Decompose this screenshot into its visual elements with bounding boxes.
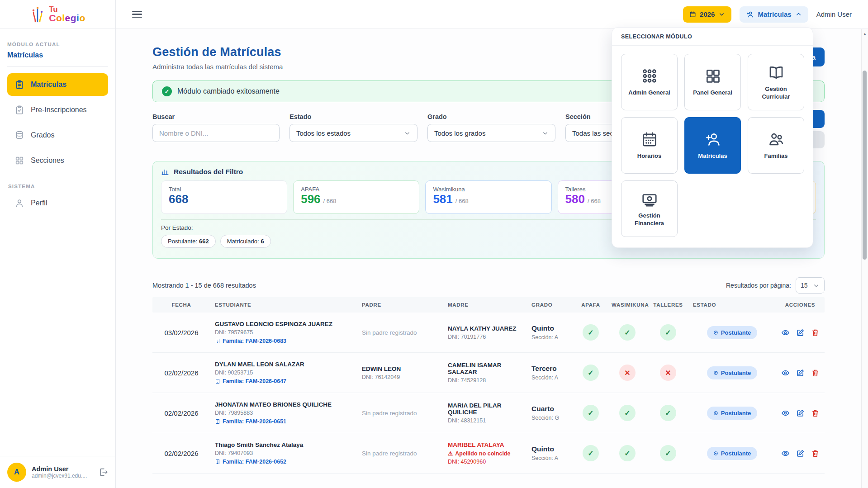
cell-acciones — [776, 369, 825, 377]
delete-icon[interactable] — [811, 449, 820, 458]
chevron-down-icon — [404, 130, 411, 137]
table-row: 03/02/2026 GUSTAVO LEONCIO ESPINOZA JUAR… — [152, 313, 825, 353]
status-dot-icon — [713, 370, 718, 375]
check-icon: ✓ — [583, 365, 599, 381]
brand-logo[interactable]: Tu Colegio — [0, 0, 115, 29]
year-selector-button[interactable]: 2026 — [683, 6, 731, 23]
cell-apafa: ✓ — [574, 445, 607, 461]
brand-word-tu: Tu — [49, 5, 58, 14]
clipboard-check-icon — [14, 105, 24, 115]
cell-acciones — [776, 449, 825, 458]
tile-horarios[interactable]: Horarios — [621, 117, 678, 174]
sidebar-item-secciones[interactable]: Secciones — [7, 149, 108, 172]
edit-icon[interactable] — [796, 328, 805, 337]
familia-link[interactable]: Familia: FAM-2026-0647 — [215, 378, 353, 384]
delete-icon[interactable] — [811, 409, 820, 417]
grado-name: Quinto — [531, 324, 570, 332]
sidebar-item-label: Grados — [31, 131, 54, 139]
card-label: Wasimikuna — [433, 186, 544, 193]
people-icon — [768, 131, 785, 148]
view-icon[interactable] — [781, 449, 790, 458]
module-dropdown: SELECCIONAR MÓDULO Admin General Panel G… — [612, 27, 813, 248]
tile-matriculas[interactable]: Matrículas — [684, 117, 741, 174]
familia-link[interactable]: Familia: FAM-2026-0652 — [215, 459, 353, 465]
col-apafa: APAFA — [574, 302, 607, 308]
postulante-chip: Postulante:662 — [161, 235, 216, 248]
module-selector-button[interactable]: Matrículas — [740, 6, 808, 23]
success-alert-text: Módulo cambiado exitosamente — [177, 87, 280, 95]
wasimikuna-card: Wasimikuna 581/ 668 — [425, 180, 551, 214]
card-total: / 668 — [588, 198, 601, 204]
cell-padre: Sin padre registrado — [357, 410, 443, 417]
tile-gestion-financiera[interactable]: Gestión Financiera — [621, 180, 678, 237]
module-selector-label: Matrículas — [758, 10, 791, 18]
x-icon: ✕ — [660, 365, 676, 381]
padre-name: EDWIN LEON — [362, 365, 439, 372]
cell-estado: Postulante — [688, 447, 776, 460]
grado-name: Quinto — [531, 445, 570, 453]
delete-icon[interactable] — [811, 369, 820, 377]
table-header: FECHA ESTUDIANTE PADRE MADRE GRADO APAFA… — [152, 297, 825, 313]
per-page-select[interactable]: 15 — [796, 277, 825, 294]
estado-select[interactable]: Todos los estados — [289, 124, 417, 142]
madre-dni: DNI: 45290960 — [448, 459, 522, 465]
status-label: Postulante — [721, 329, 751, 336]
tile-label: Gestión Curricular — [748, 85, 804, 100]
familia-link[interactable]: Familia: FAM-2026-0651 — [215, 418, 353, 425]
module-dropdown-title: SELECCIONAR MÓDULO — [612, 28, 813, 46]
calendar-icon — [641, 131, 658, 148]
familia-link[interactable]: Familia: FAM-2026-0683 — [215, 338, 353, 344]
tile-gestion-curricular[interactable]: Gestión Curricular — [748, 54, 804, 110]
madre-name: MARIA DEL PILAR QUILICHE — [448, 402, 522, 416]
student-dni: DNI: 79407093 — [215, 450, 353, 456]
cell-apafa: ✓ — [574, 405, 607, 421]
sidebar-item-pre-inscripciones[interactable]: Pre-Inscripciones — [7, 99, 108, 121]
student-name: GUSTAVO LEONCIO ESPINOZA JUAREZ — [215, 321, 353, 327]
view-icon[interactable] — [781, 328, 790, 337]
cell-madre: CAMELIN ISAMAR SALAZAR DNI: 74529128 — [443, 362, 527, 384]
familia-code: Familia: FAM-2026-0683 — [223, 338, 286, 344]
cell-madre: MARIA DEL PILAR QUILICHE DNI: 48312151 — [443, 402, 527, 424]
status-badge: Postulante — [707, 447, 757, 460]
database-icon — [14, 130, 24, 140]
grado-select[interactable]: Todos los grados — [427, 124, 555, 142]
sidebar-item-grados[interactable]: Grados — [7, 124, 108, 147]
sidebar-item-matriculas[interactable]: Matrículas — [7, 73, 108, 96]
seccion-name: Sección: A — [531, 455, 570, 461]
cell-wasimikuna: ✕ — [607, 365, 648, 381]
edit-icon[interactable] — [796, 409, 805, 417]
cell-madre: MARIBEL ATALAYA ⚠ Apellido no coincide D… — [443, 441, 527, 465]
delete-icon[interactable] — [811, 328, 820, 337]
cell-grado: Cuarto Sección: G — [527, 405, 574, 421]
topbar-user-name: Admin User — [816, 10, 852, 18]
tile-panel-general[interactable]: Panel General — [684, 54, 741, 110]
scrollbar-thumb[interactable] — [863, 71, 867, 260]
tile-familias[interactable]: Familias — [748, 117, 804, 174]
page-scrollbar[interactable]: ▲ — [861, 29, 868, 488]
view-icon[interactable] — [781, 369, 790, 377]
edit-icon[interactable] — [796, 369, 805, 377]
tile-admin-general[interactable]: Admin General — [621, 54, 678, 110]
madre-dni: DNI: 74529128 — [448, 377, 522, 384]
hamburger-menu-icon[interactable] — [132, 9, 142, 19]
search-field-group: Buscar — [152, 113, 280, 142]
student-dni: DNI: 79895883 — [215, 410, 353, 416]
padre-dni: DNI: 76142049 — [362, 374, 439, 380]
sidebar-item-label: Matrículas — [31, 81, 66, 89]
banknote-icon — [641, 190, 658, 208]
scroll-up-icon[interactable]: ▲ — [862, 32, 868, 36]
check-icon: ✓ — [660, 445, 676, 461]
sidebar-item-perfil[interactable]: Perfil — [7, 192, 108, 214]
table-row: 02/02/2026 JHONATAN MATEO BRIONES QUILIC… — [152, 393, 825, 433]
cell-fecha: 02/02/2026 — [152, 450, 210, 457]
cell-grado: Tercero Sección: A — [527, 365, 574, 381]
edit-icon[interactable] — [796, 449, 805, 458]
cell-estudiante: Thiago Smith Sánchez Atalaya DNI: 794070… — [210, 441, 357, 465]
cell-acciones — [776, 409, 825, 417]
check-circle-icon: ✓ — [162, 86, 172, 96]
topbar: 2026 Matrículas Admin User — [116, 0, 868, 29]
logout-icon[interactable] — [98, 467, 108, 477]
results-summary: Mostrando 1 - 15 de 668 resultados — [152, 282, 256, 289]
search-input[interactable] — [152, 124, 280, 142]
view-icon[interactable] — [781, 409, 790, 417]
